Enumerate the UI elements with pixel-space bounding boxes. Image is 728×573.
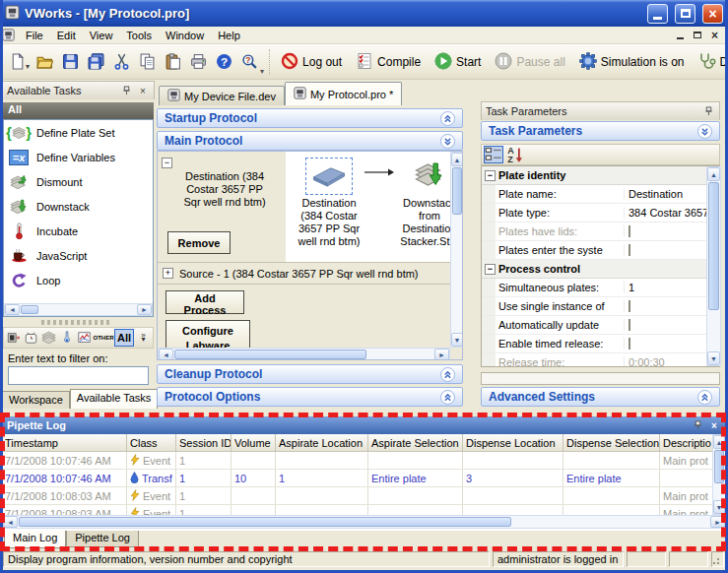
diagnostics-button[interactable]: Diagnostics — [692, 48, 728, 76]
scroll-down-icon[interactable]: ▼ — [451, 333, 463, 347]
column-header-volume[interactable]: Volume — [232, 434, 276, 451]
checkbox[interactable] — [629, 319, 630, 331]
column-header-dispense-location[interactable]: Dispense Location — [463, 434, 563, 451]
chevron-down-icon[interactable] — [697, 124, 712, 139]
task-item-incubate[interactable]: Incubate — [4, 219, 153, 243]
instrument-icon[interactable] — [5, 329, 22, 347]
chevron-down-icon[interactable] — [440, 134, 455, 149]
compile-button[interactable]: Compile — [349, 48, 428, 76]
open-icon[interactable] — [32, 49, 57, 75]
filter-input[interactable] — [8, 366, 149, 385]
property-group-header[interactable]: −Process control — [482, 260, 719, 279]
task-item-downstack[interactable]: Downstack — [4, 194, 153, 219]
property-row[interactable]: Plate name:Destination — [482, 185, 719, 204]
scrollbar-thumb[interactable] — [21, 305, 38, 314]
find-icon[interactable]: ? — [236, 49, 262, 75]
main-protocol-header[interactable]: Main Protocol — [157, 131, 463, 151]
scroll-up-icon[interactable]: ▲ — [451, 153, 463, 166]
add-process-button[interactable]: Add Process — [165, 290, 244, 314]
cut-icon[interactable] — [108, 49, 134, 75]
simulation-button[interactable]: Simulation is on — [572, 48, 692, 76]
startup-protocol-header[interactable]: Startup Protocol — [157, 108, 463, 128]
other-filter-button[interactable]: OTHER — [94, 329, 113, 347]
log-vertical-scrollbar[interactable]: ▲ ▼ — [712, 434, 726, 515]
chevron-up-icon[interactable] — [440, 390, 455, 405]
property-value[interactable] — [625, 300, 719, 312]
property-value[interactable]: 384 Costar 3657 PP — [625, 207, 719, 219]
column-header-descriptio[interactable]: Descriptio — [660, 434, 712, 451]
pin-icon[interactable] — [701, 105, 715, 118]
close-panel-icon[interactable]: × — [136, 85, 150, 97]
property-group-header[interactable]: −Plate identity — [482, 166, 719, 185]
minimize-button[interactable] — [647, 4, 668, 24]
property-value[interactable] — [625, 319, 719, 331]
mdi-minimize-icon[interactable] — [677, 37, 684, 39]
task-item-define-plate-set[interactable]: {}Define Plate Set — [4, 120, 153, 145]
scroll-down-icon[interactable]: ▼ — [713, 500, 725, 514]
print-icon[interactable] — [185, 49, 211, 75]
column-header-aspirate-location[interactable]: Aspirate Location — [276, 434, 368, 451]
property-row[interactable]: Release time:0:00:30 — [482, 353, 719, 367]
checkbox[interactable] — [629, 338, 630, 350]
tab-available-tasks[interactable]: Available Tasks — [70, 389, 158, 409]
checkbox[interactable] — [629, 300, 630, 312]
scroll-right-icon[interactable]: ► — [434, 349, 449, 360]
column-header-aspirate-selection[interactable]: Aspirate Selection — [368, 434, 463, 451]
menu-item-file[interactable]: File — [19, 29, 50, 42]
copy-icon[interactable] — [134, 49, 160, 75]
checkbox[interactable] — [629, 244, 630, 256]
scroll-left-icon[interactable]: ◄ — [3, 516, 18, 528]
save-all-icon[interactable] — [83, 49, 108, 75]
collapse-icon[interactable]: − — [162, 158, 172, 168]
close-panel-icon[interactable]: × — [707, 419, 721, 432]
paste-icon[interactable] — [160, 49, 185, 75]
maximize-button[interactable] — [675, 4, 695, 24]
mdi-close-icon[interactable]: × — [711, 29, 718, 42]
help-icon[interactable]: ? — [211, 49, 236, 75]
scroll-up-icon[interactable]: ▲ — [707, 167, 720, 181]
pipette-icon[interactable] — [58, 329, 75, 347]
scrollbar-thumb[interactable] — [452, 167, 462, 215]
scroll-down-icon[interactable]: ▼ — [707, 351, 720, 365]
column-header-session-id[interactable]: Session ID — [176, 434, 232, 451]
grid-vertical-scrollbar[interactable]: ▲ ▼ — [706, 166, 721, 366]
scrollbar-thumb[interactable] — [19, 517, 511, 527]
scroll-right-icon[interactable]: ► — [137, 304, 152, 315]
menu-item-edit[interactable]: Edit — [50, 29, 83, 42]
property-row[interactable]: Automatically update — [482, 316, 719, 335]
property-row[interactable]: Plates enter the syste — [482, 241, 719, 260]
menu-item-tools[interactable]: Tools — [119, 29, 159, 42]
property-row[interactable]: Plate type:384 Costar 3657 PP — [482, 204, 719, 223]
tab-my-protocol-pro-[interactable]: My Protocol.pro * — [285, 82, 402, 105]
tab-my-device-file-dev[interactable]: My Device File.dev — [159, 86, 285, 105]
menu-item-view[interactable]: View — [83, 29, 120, 42]
column-header-dispense-selection[interactable]: Dispense Selection — [563, 434, 660, 451]
property-row[interactable]: Use single instance of — [482, 297, 719, 316]
column-header-class[interactable]: Class — [127, 434, 176, 451]
timer-icon[interactable] — [23, 329, 39, 347]
flow-vertical-scrollbar[interactable]: ▲ ▼ — [450, 152, 463, 348]
advanced-settings-header[interactable]: Advanced Settings — [481, 387, 720, 407]
property-value[interactable]: Destination — [625, 188, 719, 200]
pin-icon[interactable] — [119, 85, 133, 97]
protocol-options-header[interactable]: Protocol Options — [157, 387, 463, 407]
source-group-row[interactable]: + Source - 1 (384 Costar 3657 PP Sqr wel… — [158, 262, 450, 285]
editor-horizontal-scrollbar[interactable]: ◄ ► — [158, 348, 450, 360]
scrollbar-thumb[interactable] — [174, 350, 366, 359]
cleanup-protocol-header[interactable]: Cleanup Protocol — [157, 364, 463, 384]
save-icon[interactable] — [57, 49, 83, 75]
property-value[interactable]: 1 — [625, 282, 719, 293]
tab-workspace[interactable]: Workspace — [2, 391, 70, 409]
log-horizontal-scrollbar[interactable]: ◄ ► — [2, 515, 726, 529]
new-dropdown-icon[interactable]: ▾ — [26, 62, 30, 71]
flow-step[interactable]: Destination (384 Costar 3657 PP Sqr well… — [294, 158, 364, 262]
property-row[interactable]: Simultaneous plates:1 — [482, 279, 719, 297]
close-button[interactable]: × — [702, 4, 723, 24]
task-item-loop[interactable]: Loop — [4, 268, 153, 292]
sort-az-icon[interactable]: AZ — [505, 146, 525, 163]
filter-overflow-icon[interactable]: »▾ — [135, 329, 152, 347]
table-row[interactable]: 7/1/2008 10:08:03 AMEvent1Main prot — [2, 505, 712, 515]
start-button[interactable]: Start — [428, 48, 488, 76]
tasks-horizontal-scrollbar[interactable]: ◄► — [4, 303, 153, 316]
column-header-timestamp[interactable]: Timestamp — [2, 434, 127, 451]
